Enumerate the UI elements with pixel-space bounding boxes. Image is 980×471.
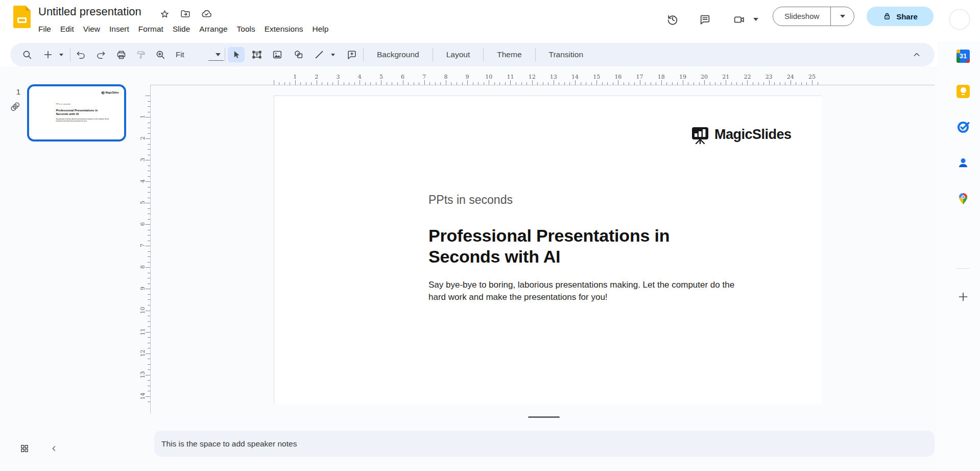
ruler-number: 16 [612, 74, 624, 80]
ruler-tick [801, 82, 802, 85]
keep-button[interactable] [951, 79, 975, 104]
ruler-tick [715, 82, 715, 85]
ruler-number: 7 [419, 74, 430, 80]
ruler-tick [462, 82, 463, 85]
ruler-tick [146, 96, 150, 96]
contacts-button[interactable] [951, 151, 975, 175]
ruler-tick [710, 82, 710, 85]
ruler-number: 17 [634, 74, 646, 80]
ruler-tick [148, 251, 150, 252]
slide-thumbnail-content: MagicSlides PPts in seconds Professional… [29, 86, 124, 139]
slide-body[interactable]: Say bye-bye to boring, laborious present… [428, 279, 734, 303]
workspace: 1 MagicSlides PPts in seconds Profession… [0, 66, 980, 471]
ruler-tick [613, 82, 613, 85]
ruler-tick [666, 82, 667, 85]
ruler-tick [148, 155, 150, 155]
ruler-tick [414, 82, 414, 85]
ruler-number: 19 [677, 74, 688, 80]
speaker-notes-text[interactable]: This is the space to add speaker notes [161, 431, 297, 457]
ruler-tick [640, 80, 640, 85]
notes-resize-handle[interactable] [528, 416, 560, 418]
ruler-tick [634, 82, 635, 85]
ruler-tick [742, 82, 743, 85]
ruler-tick [148, 214, 150, 214]
ruler-tick [146, 160, 150, 160]
ruler-tick [148, 144, 150, 145]
ruler-tick [559, 82, 559, 85]
calendar-button[interactable]: 31 [951, 44, 975, 68]
ruler-tick [290, 82, 290, 85]
ruler-tick [344, 82, 344, 85]
ruler-number: 5 [375, 74, 387, 80]
ruler-tick [510, 80, 511, 85]
google-maps-icon [957, 192, 970, 205]
ruler-number: 1 [290, 74, 301, 80]
ruler-tick [489, 80, 489, 85]
ruler-number: 24 [785, 74, 796, 80]
ruler-number: 12 [527, 74, 538, 80]
ruler-tick [440, 82, 441, 85]
ruler-tick [527, 82, 527, 85]
get-add-ons-button[interactable] [951, 285, 975, 309]
ruler-tick [148, 219, 150, 220]
ruler-tick [148, 294, 150, 295]
plus-icon [957, 291, 969, 303]
ruler-tick [148, 316, 150, 316]
ruler-tick [473, 82, 473, 85]
ruler-number: 2 [139, 133, 146, 144]
tasks-button[interactable] [951, 114, 975, 139]
ruler-tick [731, 82, 732, 85]
speaker-notes-panel[interactable]: This is the space to add speaker notes [154, 431, 935, 457]
ruler-tick [478, 82, 479, 85]
ruler-number: 8 [139, 262, 146, 272]
ruler-tick [148, 348, 150, 348]
collapse-filmstrip-button[interactable] [47, 441, 61, 456]
ruler-tick [327, 82, 328, 85]
ruler-tick [148, 187, 150, 187]
slide-title[interactable]: Professional Presentations in Seconds wi… [428, 225, 670, 267]
ruler-tick [148, 192, 150, 193]
ruler-tick [146, 138, 150, 139]
ruler-tick [148, 343, 150, 343]
ruler-number: 1 [139, 112, 146, 122]
brand-name: MagicSlides [106, 91, 119, 94]
slide-title: Professional Presentations in Seconds wi… [56, 109, 98, 116]
ruler-tick [148, 101, 150, 102]
ruler-tick [747, 80, 748, 85]
transition-indicator-icon [9, 101, 21, 113]
grid-view-button[interactable] [15, 439, 34, 458]
ruler-tick [753, 82, 753, 85]
ruler-tick [300, 82, 301, 85]
ruler-tick [306, 82, 306, 85]
ruler-tick [148, 321, 150, 322]
ruler-tick [602, 82, 603, 85]
ruler-number: 11 [505, 74, 516, 80]
brand-name: MagicSlides [714, 127, 792, 143]
ruler-number: 21 [720, 74, 731, 80]
ruler-number: 22 [742, 74, 753, 80]
ruler-tick [360, 80, 360, 85]
ruler-tick [322, 82, 322, 85]
ruler-tick [624, 82, 624, 85]
ruler-tick [683, 80, 683, 85]
maps-button[interactable] [951, 186, 975, 211]
ruler-tick [796, 82, 796, 85]
ruler-tick [148, 230, 150, 230]
ruler-tick [284, 82, 285, 85]
ruler-number: 5 [139, 198, 146, 208]
ruler-number: 3 [332, 74, 344, 80]
ruler-tick [607, 82, 608, 85]
ruler-tick [148, 133, 150, 134]
slide-thumbnail[interactable]: MagicSlides PPts in seconds Professional… [27, 84, 126, 142]
slide-canvas[interactable]: MagicSlides PPts in seconds Professional… [274, 96, 821, 404]
ruler-number: 13 [139, 369, 146, 380]
ruler-tick [148, 235, 150, 236]
horizontal-ruler-baseline [150, 85, 935, 85]
ruler-tick [354, 82, 355, 85]
ruler-tick [575, 80, 576, 85]
ruler-tick [148, 166, 150, 166]
slide-kicker[interactable]: PPts in seconds [428, 193, 513, 207]
ruler-tick [554, 80, 554, 85]
ruler-tick [146, 354, 150, 354]
ruler-tick [146, 246, 150, 246]
